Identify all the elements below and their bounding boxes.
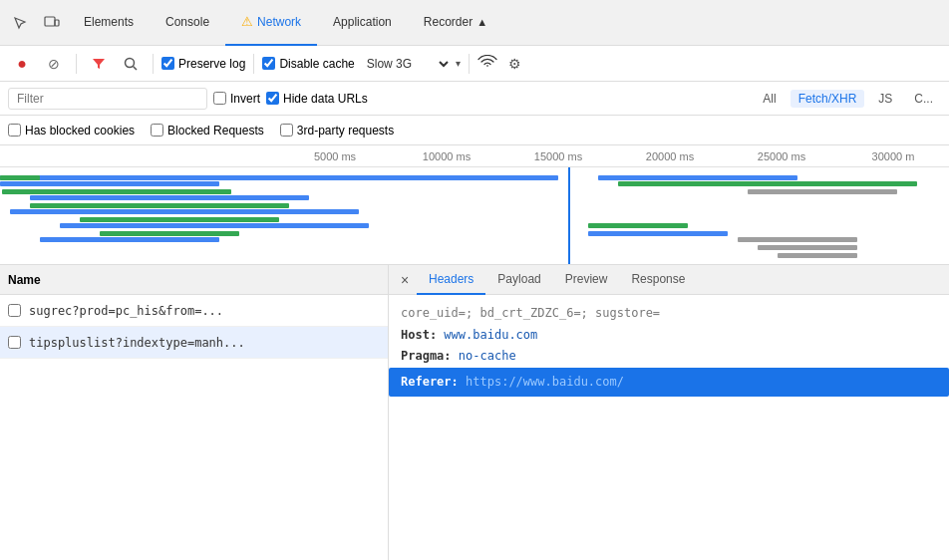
header-pragma-line: Pragma: no-cache [401,346,937,368]
warning-icon: ⚠ [241,14,253,29]
request-checkbox-1[interactable] [8,304,21,317]
stop-button[interactable]: ⊘ [40,50,68,78]
bar-green-r1 [618,181,917,186]
header-referer-val: https://www.baidu.com/ [466,375,624,389]
type-btn-more[interactable]: C... [906,90,941,108]
bar-green-r2 [588,223,688,228]
recorder-icon: ▲ [476,16,487,28]
hide-data-urls-checkbox[interactable]: Hide data URLs [266,92,368,106]
disable-cache-input[interactable] [262,57,275,70]
bar-green-3 [30,203,289,208]
cursor-icon-btn[interactable] [4,7,36,39]
bar-blue-2 [0,181,219,186]
devtools-nav: Elements Console ⚠ Network Application R… [0,0,949,46]
request-item-2[interactable]: tipspluslist?indextype=manh... [0,327,388,359]
request-name-1: sugrec?prod=pc_his&from=... [29,304,223,318]
invert-input[interactable] [213,92,226,105]
bar-green-2 [2,189,231,194]
toolbar-divider-1 [76,54,77,74]
chevron-down-icon: ▾ [456,58,461,69]
tab-headers-label: Headers [429,272,474,286]
header-pragma-key: Pragma: [401,349,452,363]
blocked-cookies-checkbox[interactable]: Has blocked cookies [8,124,135,138]
requests-panel: Name sugrec?prod=pc_his&from=... tipsplu… [0,265,389,560]
tab-headers[interactable]: Headers [417,265,485,295]
ruler-mark-3: 15000 ms [502,150,614,162]
bar-blue-5 [60,223,369,228]
toolbar-divider-3 [253,54,254,74]
filter-row2: Has blocked cookies Blocked Requests 3rd… [0,116,949,145]
tab-network-label: Network [257,15,301,29]
filter-bar: Invert Hide data URLs All Fetch/XHR JS C… [0,82,949,116]
ruler-mark-2: 10000 ms [391,150,502,162]
timeline: 5000 ms 10000 ms 15000 ms 20000 ms 25000… [0,145,949,265]
tab-recorder-label: Recorder [424,15,473,29]
disable-cache-checkbox[interactable]: Disable cache [262,57,354,71]
toolbar-divider-2 [153,54,154,74]
blocked-requests-label: Blocked Requests [167,124,264,138]
tab-payload-label: Payload [497,272,540,286]
ruler-mark-6: 30000 m [837,150,949,162]
header-host-val: www.baidu.com [444,328,537,342]
tab-application[interactable]: Application [317,0,408,46]
search-icon-btn[interactable] [117,50,145,78]
details-close-button[interactable]: × [393,268,417,292]
third-party-checkbox[interactable]: 3rd-party requests [280,124,394,138]
filter-input[interactable] [8,88,207,110]
bar-green-4 [80,217,279,222]
settings-icon-btn[interactable]: ⚙ [501,50,529,78]
blocked-requests-checkbox[interactable]: Blocked Requests [151,124,264,138]
blocked-cookies-input[interactable] [8,124,21,137]
toolbar-divider-4 [469,54,470,74]
svg-rect-1 [55,20,59,26]
blocked-requests-input[interactable] [151,124,163,137]
type-filter-group: All Fetch/XHR JS C... [755,90,941,108]
tab-network[interactable]: ⚠ Network [225,0,317,46]
hide-data-urls-label: Hide data URLs [283,92,368,106]
type-btn-fetchxhr[interactable]: Fetch/XHR [791,90,865,108]
request-name-2: tipspluslist?indextype=manh... [29,336,245,350]
bar-blue-4 [10,209,359,214]
request-item-1[interactable]: sugrec?prod=pc_his&from=... [0,295,388,327]
type-btn-all[interactable]: All [755,90,784,108]
ruler-mark-1: 5000 ms [279,150,391,162]
tab-response-label: Response [631,272,685,286]
type-btn-js[interactable]: JS [870,90,900,108]
close-icon: × [401,272,409,288]
bar-gray-r3 [758,245,857,250]
filter-icon-btn[interactable] [85,50,113,78]
third-party-label: 3rd-party requests [297,124,394,138]
tab-elements[interactable]: Elements [68,0,150,46]
preserve-log-label: Preserve log [178,57,245,71]
header-host-line: Host: www.baidu.com [401,325,937,347]
tab-application-label: Application [333,15,392,29]
header-referer-key: Referer: [401,375,459,389]
disable-cache-label: Disable cache [279,57,354,71]
tab-recorder[interactable]: Recorder ▲ [408,0,503,46]
blocked-cookies-label: Has blocked cookies [25,124,135,138]
bar-blue-1 [0,175,558,180]
tab-preview[interactable]: Preview [553,265,620,295]
timeline-marker [568,167,570,265]
throttle-dropdown[interactable]: Slow 3G Fast 3G No throttling [359,54,452,74]
bar-gray-r4 [778,253,857,258]
tab-console-label: Console [165,15,209,29]
timeline-chart [0,167,949,265]
hide-data-urls-input[interactable] [266,92,279,105]
header-pragma-val: no-cache [459,349,516,363]
bar-blue-3 [30,195,309,200]
preserve-log-input[interactable] [161,57,174,70]
svg-point-2 [126,58,135,67]
tab-elements-label: Elements [84,15,134,29]
throttle-select[interactable]: Slow 3G Fast 3G No throttling ▾ [359,54,461,74]
svg-rect-0 [45,17,55,26]
invert-checkbox[interactable]: Invert [213,92,260,106]
tab-response[interactable]: Response [619,265,697,295]
request-checkbox-2[interactable] [8,336,21,349]
third-party-input[interactable] [280,124,293,137]
preserve-log-checkbox[interactable]: Preserve log [161,57,245,71]
tab-console[interactable]: Console [150,0,225,46]
responsive-icon-btn[interactable] [36,7,68,39]
record-button[interactable]: ● [8,50,36,78]
tab-payload[interactable]: Payload [485,265,552,295]
